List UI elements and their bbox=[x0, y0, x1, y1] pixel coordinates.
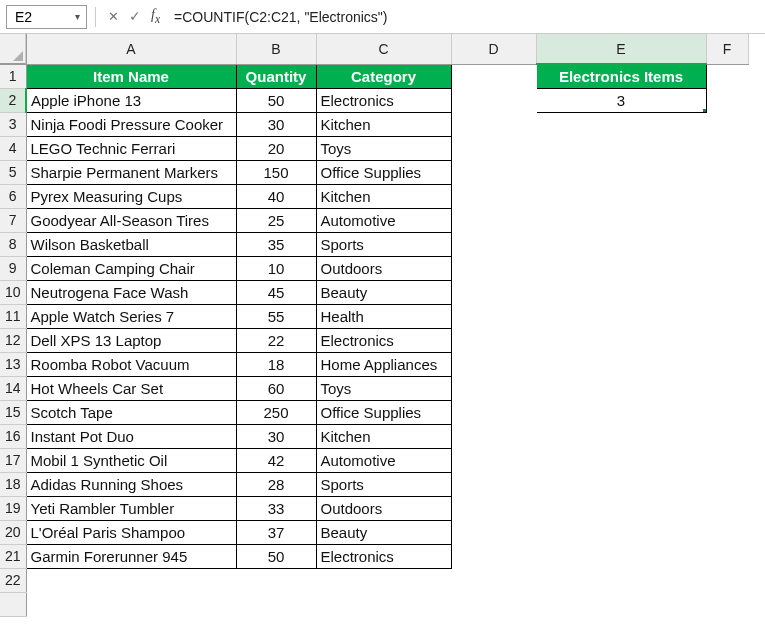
cell-quantity[interactable]: 30 bbox=[236, 112, 316, 136]
cancel-icon[interactable]: ✕ bbox=[108, 9, 119, 24]
cell[interactable] bbox=[451, 184, 536, 208]
cell-category[interactable]: Kitchen bbox=[316, 424, 451, 448]
cell-item-name[interactable]: Apple Watch Series 7 bbox=[26, 304, 236, 328]
cell-quantity[interactable]: 10 bbox=[236, 256, 316, 280]
row-header-14[interactable]: 14 bbox=[0, 376, 26, 400]
cell[interactable] bbox=[706, 160, 748, 184]
cell-item-name[interactable]: Apple iPhone 13 bbox=[26, 88, 236, 112]
row-header-11[interactable]: 11 bbox=[0, 304, 26, 328]
cell[interactable] bbox=[706, 184, 748, 208]
cell-item-name[interactable]: Yeti Rambler Tumbler bbox=[26, 496, 236, 520]
row-header-22[interactable]: 22 bbox=[0, 568, 26, 592]
cell[interactable] bbox=[451, 208, 536, 232]
cell[interactable] bbox=[536, 256, 706, 280]
cell[interactable] bbox=[536, 592, 706, 616]
row-header-23[interactable] bbox=[0, 592, 26, 616]
cell-quantity[interactable]: 50 bbox=[236, 88, 316, 112]
cell[interactable] bbox=[536, 160, 706, 184]
cell[interactable] bbox=[536, 280, 706, 304]
cell-e2-selected[interactable]: 3 bbox=[536, 88, 706, 112]
cell[interactable] bbox=[536, 232, 706, 256]
cell[interactable] bbox=[451, 352, 536, 376]
cell[interactable] bbox=[706, 472, 748, 496]
cell-category[interactable]: Health bbox=[316, 304, 451, 328]
formula-input[interactable]: =COUNTIF(C2:C21, "Electronics") bbox=[172, 7, 759, 27]
cell[interactable] bbox=[706, 568, 748, 592]
row-header-3[interactable]: 3 bbox=[0, 112, 26, 136]
cell[interactable] bbox=[451, 136, 536, 160]
row-header-5[interactable]: 5 bbox=[0, 160, 26, 184]
cell[interactable] bbox=[536, 544, 706, 568]
row-header-6[interactable]: 6 bbox=[0, 184, 26, 208]
cell[interactable] bbox=[451, 424, 536, 448]
cell-category[interactable]: Office Supplies bbox=[316, 160, 451, 184]
cell[interactable] bbox=[451, 376, 536, 400]
select-all-corner[interactable] bbox=[0, 34, 26, 64]
cell-quantity[interactable]: 30 bbox=[236, 424, 316, 448]
row-header-17[interactable]: 17 bbox=[0, 448, 26, 472]
cell-category[interactable]: Toys bbox=[316, 376, 451, 400]
cell[interactable] bbox=[706, 448, 748, 472]
cell[interactable] bbox=[451, 544, 536, 568]
cell-category[interactable]: Electronics bbox=[316, 544, 451, 568]
cell[interactable] bbox=[451, 472, 536, 496]
row-header-7[interactable]: 7 bbox=[0, 208, 26, 232]
row-header-4[interactable]: 4 bbox=[0, 136, 26, 160]
column-header-b[interactable]: B bbox=[236, 34, 316, 64]
enter-icon[interactable]: ✓ bbox=[129, 8, 141, 24]
cell[interactable] bbox=[706, 64, 748, 88]
cell-item-name[interactable]: Garmin Forerunner 945 bbox=[26, 544, 236, 568]
row-header-21[interactable]: 21 bbox=[0, 544, 26, 568]
cell-item-name[interactable]: L'Oréal Paris Shampoo bbox=[26, 520, 236, 544]
row-header-18[interactable]: 18 bbox=[0, 472, 26, 496]
cell-item-name[interactable]: Coleman Camping Chair bbox=[26, 256, 236, 280]
cell[interactable] bbox=[706, 256, 748, 280]
cell[interactable] bbox=[451, 280, 536, 304]
cell-item-name[interactable]: Goodyear All-Season Tires bbox=[26, 208, 236, 232]
cell-quantity[interactable]: 45 bbox=[236, 280, 316, 304]
cell-item-name[interactable]: Ninja Foodi Pressure Cooker bbox=[26, 112, 236, 136]
cell[interactable] bbox=[536, 184, 706, 208]
cell[interactable] bbox=[706, 424, 748, 448]
cell-quantity[interactable]: 25 bbox=[236, 208, 316, 232]
cell-category[interactable]: Kitchen bbox=[316, 112, 451, 136]
cell-item-name[interactable]: Adidas Running Shoes bbox=[26, 472, 236, 496]
column-header-d[interactable]: D bbox=[451, 34, 536, 64]
cell-category[interactable]: Toys bbox=[316, 136, 451, 160]
cell-quantity[interactable]: 28 bbox=[236, 472, 316, 496]
row-header-10[interactable]: 10 bbox=[0, 280, 26, 304]
row-header-2[interactable]: 2 bbox=[0, 88, 26, 112]
cell[interactable] bbox=[236, 592, 316, 616]
cell-item-name[interactable]: Roomba Robot Vacuum bbox=[26, 352, 236, 376]
row-header-9[interactable]: 9 bbox=[0, 256, 26, 280]
column-header-e[interactable]: E bbox=[536, 34, 706, 64]
cell-quantity[interactable]: 37 bbox=[236, 520, 316, 544]
name-box[interactable] bbox=[11, 9, 73, 25]
cell[interactable] bbox=[236, 568, 316, 592]
cell-category[interactable]: Beauty bbox=[316, 280, 451, 304]
cell[interactable] bbox=[451, 232, 536, 256]
cell-quantity[interactable]: 250 bbox=[236, 400, 316, 424]
cell[interactable] bbox=[706, 88, 748, 112]
cell[interactable] bbox=[451, 88, 536, 112]
cell-item-name[interactable]: Neutrogena Face Wash bbox=[26, 280, 236, 304]
cell[interactable] bbox=[536, 520, 706, 544]
cell[interactable] bbox=[451, 496, 536, 520]
cell[interactable] bbox=[451, 328, 536, 352]
cell[interactable] bbox=[706, 496, 748, 520]
cell[interactable] bbox=[316, 592, 451, 616]
row-header-19[interactable]: 19 bbox=[0, 496, 26, 520]
cell[interactable] bbox=[451, 592, 536, 616]
cell[interactable] bbox=[706, 208, 748, 232]
cell[interactable] bbox=[706, 328, 748, 352]
cell[interactable] bbox=[706, 112, 748, 136]
cell-item-name[interactable]: Mobil 1 Synthetic Oil bbox=[26, 448, 236, 472]
cell-item-name[interactable]: Pyrex Measuring Cups bbox=[26, 184, 236, 208]
header-category[interactable]: Category bbox=[316, 64, 451, 88]
row-header-12[interactable]: 12 bbox=[0, 328, 26, 352]
cell[interactable] bbox=[706, 232, 748, 256]
cell-category[interactable]: Electronics bbox=[316, 328, 451, 352]
cell-quantity[interactable]: 150 bbox=[236, 160, 316, 184]
header-item-name[interactable]: Item Name bbox=[26, 64, 236, 88]
cell[interactable] bbox=[536, 352, 706, 376]
